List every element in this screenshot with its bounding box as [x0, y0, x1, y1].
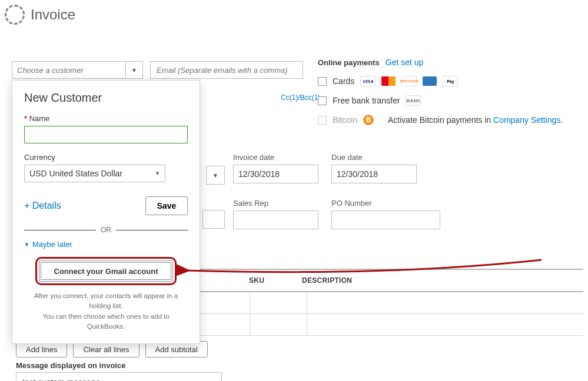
apple-pay-icon: Pay	[443, 76, 458, 86]
save-button[interactable]: Save	[145, 196, 188, 215]
bitcoin-icon: B	[363, 115, 374, 125]
maybe-later-link[interactable]: ▼ Maybe later	[24, 240, 188, 249]
new-customer-popover: New Customer Name Currency USD United St…	[12, 80, 200, 344]
visa-icon: VISA	[360, 76, 376, 86]
amex-icon	[423, 76, 437, 86]
due-date-label: Due date	[331, 153, 417, 162]
online-payments-title: Online payments	[318, 58, 380, 67]
email-input[interactable]	[150, 61, 303, 79]
extra-small-input[interactable]	[202, 210, 225, 229]
due-date-input[interactable]	[331, 165, 417, 183]
gmail-help-text-1: After you connect, your contacts will ap…	[24, 291, 188, 312]
connect-gmail-button[interactable]: Connect your Gmail account	[41, 262, 171, 280]
bitcoin-checkbox	[318, 116, 327, 125]
loading-spinner-icon	[5, 5, 25, 25]
gmail-help-text-2: You can then choose which ones to add to…	[24, 312, 188, 332]
col-description-header: DESCRIPTION	[302, 276, 583, 285]
details-link[interactable]: + Details	[24, 200, 61, 211]
po-number-input[interactable]	[331, 210, 440, 229]
col-sku-header: SKU	[249, 276, 302, 285]
invoice-date-input[interactable]	[233, 165, 318, 183]
sales-rep-label: Sales Rep	[233, 199, 318, 208]
get-set-up-link[interactable]: Get set up	[386, 58, 424, 67]
cc-bcc-link[interactable]: Cc(1)/Bcc(1)	[281, 93, 320, 102]
bank-transfer-label: Free bank transfer	[333, 96, 400, 105]
customer-dropdown-caret[interactable]: ▼	[125, 61, 143, 79]
currency-select[interactable]: USD United States Dollar	[24, 165, 165, 182]
page-title: Invoice	[31, 6, 75, 23]
bank-chip-icon: BANK	[406, 95, 421, 106]
triangle-down-icon: ▼	[24, 242, 29, 248]
customer-combobox[interactable]: ▼	[12, 61, 143, 79]
po-number-label: PO Number	[331, 199, 440, 208]
invoice-date-label: Invoice date	[233, 153, 318, 162]
cards-checkbox[interactable]	[318, 77, 327, 86]
sales-rep-input[interactable]	[233, 210, 318, 229]
bank-transfer-checkbox[interactable]	[318, 96, 327, 105]
popover-title: New Customer	[24, 91, 188, 105]
online-payments-panel: Online payments Get set up Cards VISA DI…	[318, 58, 563, 134]
bitcoin-label: Bitcoin	[333, 115, 357, 125]
or-divider: OR	[101, 226, 111, 234]
company-settings-link[interactable]: Company Settings	[493, 115, 560, 125]
terms-dropdown-caret[interactable]: ▼	[206, 166, 225, 185]
bitcoin-helptext: Activate Bitcoin payments in Company Set…	[388, 115, 563, 125]
customer-input[interactable]	[12, 61, 125, 79]
customer-name-input[interactable]	[24, 126, 188, 143]
name-field-label: Name	[24, 114, 188, 123]
invoice-message-label: Message displayed on invoice	[16, 361, 125, 370]
currency-label: Currency	[24, 153, 188, 162]
mastercard-icon	[381, 76, 396, 86]
invoice-message-textarea[interactable]	[16, 372, 222, 381]
cards-label: Cards	[333, 76, 354, 86]
discover-icon: DISCOVER	[401, 76, 417, 86]
gmail-highlight-box: Connect your Gmail account	[35, 257, 177, 285]
